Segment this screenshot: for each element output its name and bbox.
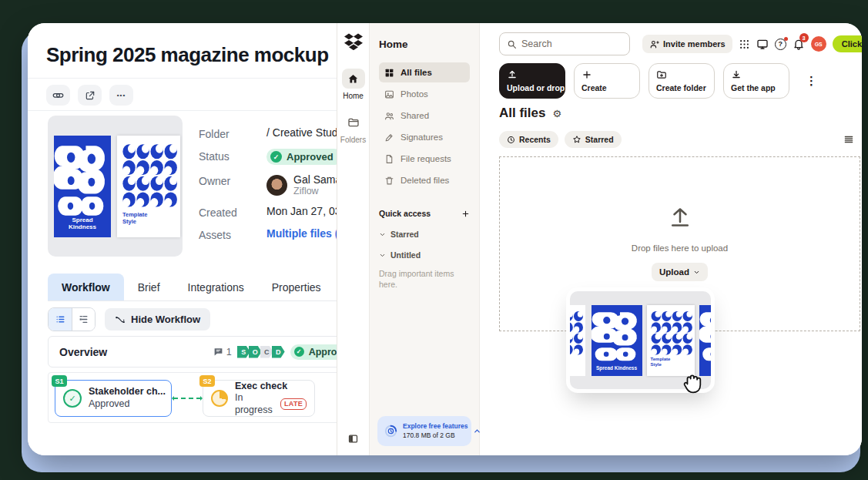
rail-folders-label: Folders: [340, 136, 366, 144]
quick-access-group-untitled[interactable]: Untitled: [379, 250, 470, 260]
workflow-icon: [115, 314, 126, 325]
invite-members-button[interactable]: Invite members: [642, 35, 732, 53]
quick-access-group-label: Starred: [390, 230, 419, 239]
step-2-title: Exec check: [235, 381, 307, 393]
overview-status-badge: ✓ Approved: [290, 344, 337, 360]
filter-recents[interactable]: Recents: [499, 131, 558, 148]
quick-access-hint: Drag important items here.: [379, 268, 456, 290]
invite-members-label: Invite members: [663, 39, 726, 49]
signature-pen-icon: [384, 133, 394, 143]
get-the-app-button[interactable]: Get the app: [723, 63, 789, 99]
user-avatar[interactable]: GS: [811, 36, 826, 52]
poster-spread-kindness: Spread Kindness: [592, 305, 642, 376]
upload-dropdown-button[interactable]: Upload: [652, 263, 708, 281]
folder-value[interactable]: / Creative Studio: [266, 126, 337, 139]
tree-view-button[interactable]: [72, 308, 95, 331]
apps-grid-button[interactable]: [739, 39, 750, 50]
rail-home-button[interactable]: [342, 69, 365, 89]
overview-label: Overview: [59, 346, 107, 358]
chevron-down-icon: [379, 252, 386, 259]
list-view-button[interactable]: [49, 308, 72, 331]
tab-properties[interactable]: Properties: [258, 274, 335, 300]
share-button[interactable]: [78, 85, 102, 106]
action-label: Create folder: [656, 83, 707, 92]
detail-row-owner: Owner Gal Samari Ziflow: [199, 173, 337, 196]
topbar: Invite members ? 3 GS Click to upgrade: [499, 32, 857, 55]
workflow-controls: Hide Workflow: [48, 307, 210, 331]
download-icon: [731, 69, 782, 80]
status-badge: ✓ Approved: [266, 149, 337, 165]
comment-count-value: 1: [226, 347, 232, 357]
workflow-step-1[interactable]: S1 ✓ Stakeholder ch... Approved: [55, 380, 172, 417]
step-1-badge: S1: [52, 375, 67, 387]
hide-workflow-button[interactable]: Hide Workflow: [105, 308, 210, 331]
more-actions-button[interactable]: •••: [109, 85, 133, 106]
proof-toolbar: •••: [46, 85, 133, 106]
poster-label: Template Style: [651, 357, 677, 368]
search-box[interactable]: [499, 32, 630, 55]
quick-access-group-label: Untitled: [390, 250, 421, 260]
proof-details: Folder / Creative Studio Status ✓ Approv…: [199, 126, 337, 241]
collapse-panel-icon[interactable]: [347, 433, 359, 445]
proof-thumbnail[interactable]: Spread Kindness Template Style: [48, 116, 183, 257]
sidebar-item-all-files[interactable]: All files: [379, 62, 470, 82]
owner-org: Ziflow: [293, 186, 337, 196]
approved-check-icon: ✓: [63, 389, 82, 408]
comment-icon: [213, 347, 223, 357]
create-folder-button[interactable]: Create folder: [648, 63, 715, 99]
sidebar-item-deleted-files[interactable]: Deleted files: [379, 170, 470, 190]
create-button[interactable]: Create: [574, 63, 640, 99]
dropbox-logo-icon[interactable]: [344, 33, 363, 50]
image-icon: [384, 89, 394, 99]
sidebar-item-label: All files: [400, 68, 432, 77]
action-label: Upload or drop: [507, 83, 558, 92]
sidebar-item-label: Photos: [400, 89, 428, 99]
storage-progress-icon: [384, 424, 398, 438]
content-heading-row: All files ⚙: [499, 106, 561, 121]
gear-icon[interactable]: ⚙: [552, 108, 561, 119]
search-icon: [507, 39, 517, 49]
step-2-badge: S2: [199, 375, 215, 387]
display-button[interactable]: [756, 38, 769, 50]
divider: [28, 78, 337, 79]
search-input[interactable]: [521, 39, 622, 49]
upgrade-button[interactable]: Click to upgrade: [833, 35, 862, 52]
poster-label: Spread Kindness: [592, 365, 642, 371]
storage-banner[interactable]: Explore free features 170.8 MB of 2 GB: [377, 416, 471, 446]
ellipsis-icon: •••: [117, 92, 126, 99]
ziflow-proof-pane: Spring 2025 magazine mockup ••• Spread K…: [28, 23, 337, 455]
tab-workflow[interactable]: Workflow: [48, 274, 124, 300]
poster-template-style: Template Style: [647, 305, 695, 376]
list-layout-icon[interactable]: [843, 134, 854, 145]
grid-icon: [384, 68, 394, 78]
copy-link-button[interactable]: [46, 85, 70, 106]
star-icon: [572, 135, 581, 144]
workflow-step-2[interactable]: S2 Exec check In progress LATE: [203, 380, 315, 417]
rail-folders-button[interactable]: [342, 112, 365, 133]
quick-access-group-starred[interactable]: Starred: [379, 230, 470, 239]
poster-partial-right: [699, 305, 712, 376]
filter-row: Recents Starred: [499, 131, 854, 148]
status-label: Status: [199, 149, 266, 163]
upload-arrow-icon: [665, 203, 695, 231]
upload-or-drop-button[interactable]: Upload or drop: [499, 63, 565, 99]
sidebar-item-signatures[interactable]: Signatures: [379, 127, 470, 147]
overview-bar[interactable]: Overview 1 S O C D ✓ Approved: [48, 336, 337, 368]
sidebar-item-photos[interactable]: Photos: [379, 84, 470, 104]
in-progress-pie-icon: [211, 390, 228, 407]
workflow-steps: S1 ✓ Stakeholder ch... Approved S2 Exec …: [48, 372, 337, 423]
tab-integrations[interactable]: Integrations: [174, 274, 258, 300]
owner-avatar: [266, 175, 287, 196]
notifications-button[interactable]: 3: [793, 38, 805, 50]
detail-row-assets: Assets Multiple files (2): [199, 227, 337, 241]
proof-tabs: Workflow Brief Integrations Properties: [48, 274, 337, 301]
tab-brief[interactable]: Brief: [124, 274, 174, 300]
help-button[interactable]: ?: [775, 39, 786, 50]
assets-link[interactable]: Multiple files (2): [266, 227, 337, 240]
filter-starred[interactable]: Starred: [565, 131, 622, 148]
sidebar-item-shared[interactable]: Shared: [379, 106, 470, 126]
add-quick-access-button[interactable]: [461, 210, 470, 218]
check-icon: ✓: [294, 347, 304, 357]
sidebar-item-file-requests[interactable]: File requests: [379, 149, 470, 169]
more-actions-kebab[interactable]: ⋮: [806, 74, 817, 88]
